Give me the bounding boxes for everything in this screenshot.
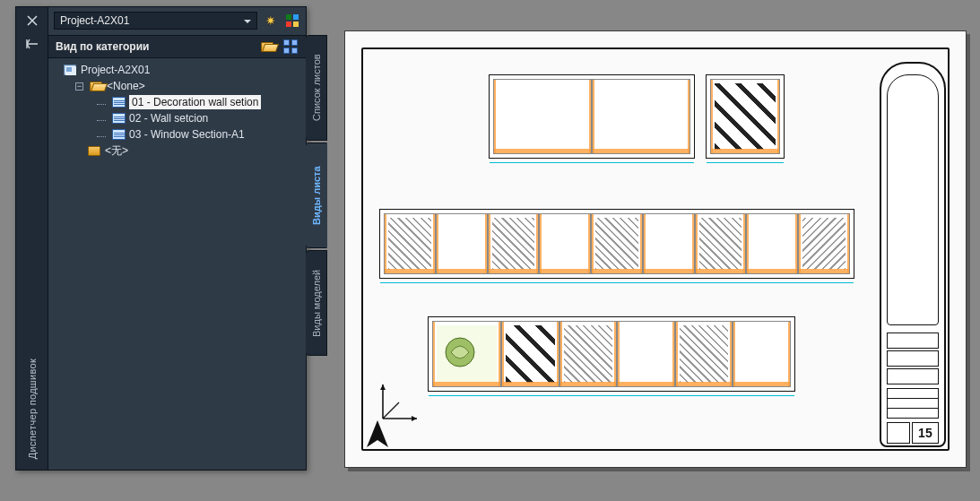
ucs-axis-icon	[379, 381, 421, 422]
section-header: Вид по категории	[48, 35, 306, 58]
tree: Project-A2X01 − <None> 01 - Decoration w…	[48, 58, 306, 162]
titleblock-bottom: 15	[887, 422, 939, 444]
sheet-icon	[111, 96, 126, 108]
sheet-icon	[111, 112, 126, 125]
tree-root[interactable]: Project-A2X01	[63, 62, 302, 78]
tree-item-01[interactable]: 01 - Decoration wall setion	[63, 94, 302, 110]
thumbnails-icon[interactable]	[284, 13, 300, 29]
layout-viewport[interactable]: 15	[344, 30, 967, 468]
palette-title: Диспетчер подшивок	[27, 358, 38, 459]
titleblock-sheet-number: 15	[912, 422, 939, 444]
tree-connector-icon	[97, 136, 106, 137]
tree-root-label: Project-A2X01	[81, 64, 150, 76]
palette-tabs: Список листов Виды листа Виды моделей	[306, 35, 327, 358]
tree-group-none[interactable]: − <None>	[63, 78, 302, 94]
tab-sheet-list-label: Список листов	[311, 55, 322, 122]
collapse-icon[interactable]: −	[75, 82, 83, 91]
elevation-strip-3	[428, 316, 795, 392]
titleblock-fields	[887, 333, 939, 383]
section-header-label: Вид по категории	[56, 40, 149, 53]
close-icon[interactable]	[22, 11, 42, 30]
tab-sheet-views[interactable]: Виды листа	[306, 143, 327, 248]
tree-item-03[interactable]: 03 - Window Section-A1	[63, 126, 302, 143]
elevation-strip-2	[379, 209, 854, 279]
elevation-strip-1b	[706, 74, 785, 159]
folder-icon	[87, 144, 101, 157]
tab-sheet-list[interactable]: Список листов	[306, 35, 327, 141]
tab-model-views[interactable]: Виды моделей	[306, 250, 327, 356]
new-icon[interactable]: ✷	[263, 13, 279, 29]
tree-connector-icon	[97, 104, 106, 105]
tree-group-empty-label: <无>	[105, 143, 128, 159]
elevation-strip-1	[489, 74, 695, 159]
titleblock-logo-area	[887, 74, 939, 325]
sheetset-icon	[63, 64, 77, 76]
folder-icon	[89, 80, 103, 92]
project-select[interactable]: Project-A2X01	[54, 12, 257, 30]
titleblock: 15	[880, 62, 946, 447]
tree-item-03-label: 03 - Window Section-A1	[129, 128, 245, 141]
grid-view-icon[interactable]	[282, 39, 299, 55]
palette-header: Project-A2X01 ✷	[48, 7, 306, 35]
tab-model-views-label: Виды моделей	[311, 269, 322, 336]
tree-connector-icon	[97, 120, 106, 121]
palette-gutter: Диспетчер подшивок	[15, 6, 48, 471]
titleblock-rev	[887, 422, 910, 444]
tree-group-none-label: <None>	[107, 80, 145, 92]
tree-group-empty[interactable]: <无>	[63, 143, 302, 159]
tree-item-02[interactable]: 02 - Wall setcion	[63, 110, 302, 126]
sheet-icon	[111, 128, 126, 141]
palette-body: Project-A2X01 ✷ Вид по категории Project…	[48, 6, 307, 471]
tree-item-01-label: 01 - Decoration wall setion	[129, 95, 261, 109]
autohide-icon[interactable]	[22, 34, 42, 54]
north-arrow-icon	[361, 419, 394, 451]
tab-sheet-views-label: Виды листа	[311, 166, 322, 225]
project-select-value: Project-A2X01	[60, 14, 129, 27]
sheet-set-manager-palette: Диспетчер подшивок Project-A2X01 ✷ Вид п…	[15, 6, 307, 471]
open-folder-icon[interactable]	[259, 39, 275, 55]
titleblock-info	[887, 388, 939, 419]
tree-item-02-label: 02 - Wall setcion	[129, 112, 208, 125]
